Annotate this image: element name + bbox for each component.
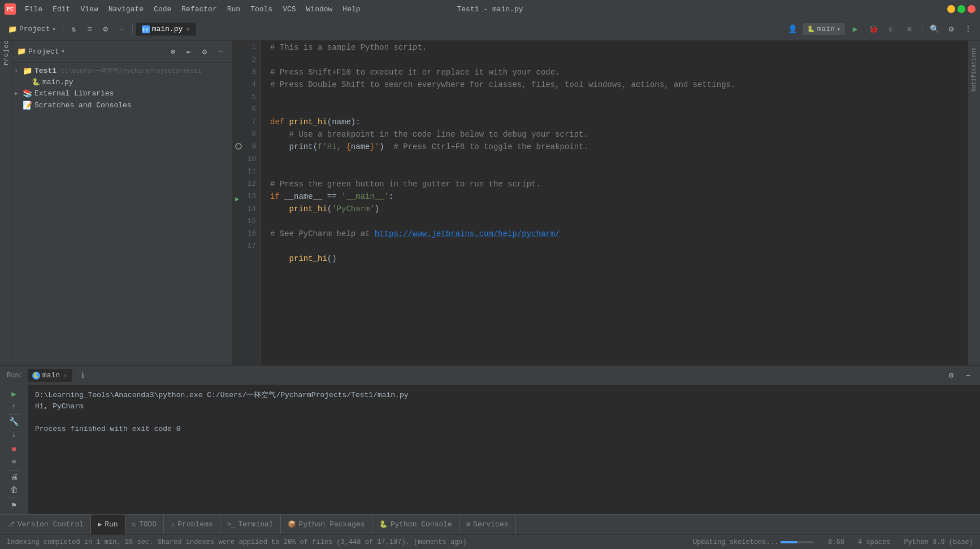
run-tab-main[interactable]: 🐍 main ✕ [28,369,72,382]
python-version-status[interactable]: Python 3.9 (base) [902,538,975,546]
tab-python-packages[interactable]: 📦 Python Packages [281,515,372,534]
run-config-name: main [817,25,835,33]
project-collapse-btn[interactable]: ⇤ [181,44,196,59]
code-line-9: print(f'Hi, {name}') # Press Ctrl+F8 to … [270,141,968,153]
code-line-13: if __name__ == '__main__': [270,190,968,203]
code-content[interactable]: # This is a sample Python script. # Pres… [261,41,968,365]
more-actions-icon[interactable]: ⋮ [961,22,975,37]
more-tabs-icon[interactable]: ℹ [81,371,84,380]
tab-todo[interactable]: ☑ TODO [125,515,164,534]
menu-run[interactable]: Run [223,3,245,15]
menu-file[interactable]: File [20,3,47,15]
settings-btn[interactable]: ⚙ [98,22,113,37]
console-blank-line [35,412,973,424]
scroll-down-btn[interactable]: ↓ [7,429,21,439]
bookmark-btn[interactable]: ⚑ [7,500,21,511]
progress-bar [780,541,814,543]
chevron-down-icon: ▾ [53,26,56,33]
stop-run-btn[interactable]: ■ [7,445,21,455]
command-text: D:\Learning_Tools\Anaconda3\python.exe C… [35,391,409,399]
menu-code[interactable]: Code [149,3,176,15]
menu-edit[interactable]: Edit [48,3,75,15]
minimize-panel-btn[interactable]: − [114,22,129,37]
tab-version-control[interactable]: ⎇ Version Control [0,515,91,534]
packages-label: Python Packages [299,520,365,529]
tree-item-root[interactable]: ▾ 📁 Test1 C:\Users\一杯空气\PycharmProjects\… [12,65,232,77]
code-line-1: # This is a sample Python script. [270,41,968,54]
project-side-icon[interactable]: Project [1,45,11,55]
menu-help[interactable]: Help [338,3,365,15]
stop-button[interactable]: ■ [901,21,917,37]
editor-tab-main[interactable]: py main.py ✕ [136,23,197,36]
gutter-4: 4 [233,79,256,91]
tab-services[interactable]: ⚙ Services [459,515,516,534]
tab-problems[interactable]: ⚠ Problems [164,515,220,534]
close-button[interactable]: ✕ [968,5,975,13]
project-minimize-btn[interactable]: − [213,44,228,59]
tree-item-mainpy[interactable]: 🐍 main.py [21,77,232,88]
menu-view[interactable]: View [76,3,102,15]
menu-vcs[interactable]: VCS [278,3,300,15]
run-settings-btn[interactable]: ⚙ [944,368,959,383]
code-editor[interactable]: 1 2 3 4 5 6 7 8 9 10 11 12 ▶ 13 14 [233,41,968,365]
settings-gear-icon[interactable]: ⚙ [944,22,959,37]
tab-terminal[interactable]: >_ Terminal [220,515,281,534]
gutter-5: 5 [233,91,256,103]
code-line-10 [270,153,968,165]
indentation-status[interactable]: 4 spaces [856,538,893,546]
filter-btn[interactable]: ≡ [7,457,21,467]
app-logo: PC [5,3,16,15]
toolbar-separator-2 [132,24,133,35]
notifications-icon[interactable]: Notifications [970,43,978,96]
code-line-12: # Press the green button in the gutter t… [270,178,968,190]
gutter-17: 17 [233,240,256,252]
project-header-actions: ⊕ ⇤ ⚙ − [166,44,228,59]
spanner-icon[interactable]: 🔧 [7,416,21,426]
gutter-11: 11 [233,165,256,178]
gutter-14: 14 [233,203,256,215]
minimize-button[interactable]: ─ [947,5,955,13]
exit-code-text: Process finished with exit code 0 [35,425,180,433]
search-everywhere-icon[interactable]: 🔍 [927,22,942,37]
services-label: Services [473,520,508,529]
project-panel-toggle[interactable]: 📁 Project ▾ [5,23,59,36]
maximize-button[interactable]: ☐ [957,5,965,13]
rerun-button[interactable]: ▶ [7,389,21,399]
scroll-up-btn[interactable]: ↑ [7,401,21,411]
tab-close-btn[interactable]: ✕ [185,25,190,33]
print-btn[interactable]: 🖨 [7,472,21,482]
trash-btn[interactable]: 🗑 [7,485,21,495]
menu-navigate[interactable]: Navigate [104,3,148,15]
menu-window[interactable]: Window [302,3,337,15]
code-line-2 [270,54,968,66]
project-locate-btn[interactable]: ⊕ [166,44,180,59]
indexing-status[interactable]: Indexing completed in 1 min, 16 sec. Sha… [5,538,469,546]
debug-button[interactable]: 🐞 [865,21,881,37]
tree-root-name: Test1 [34,67,57,75]
menu-refactor[interactable]: Refactor [177,3,221,15]
run-configuration[interactable]: 🐍 main ▾ [803,23,845,35]
tab-label: main.py [152,25,183,33]
tree-item-scratches[interactable]: 📝 Scratches and Consoles [12,99,232,111]
collapse-all-btn[interactable]: ≡ [83,22,97,37]
tab-python-console[interactable]: 🐍 Python Console [372,515,459,534]
toolbar: 📁 Project ▾ ⇅ ≡ ⚙ − py main.py ✕ 👤 🐍 mai… [0,18,980,41]
services-icon: ⚙ [466,520,470,529]
run-tab-close[interactable]: ✕ [62,372,68,380]
console-icon: 🐍 [379,520,388,529]
run-button[interactable]: ▶ [847,21,863,37]
sync-btn[interactable]: ⇅ [67,22,81,37]
console-label: Python Console [391,520,452,529]
run-minimize-btn[interactable]: − [961,368,975,383]
coverage-button[interactable]: ◐ [883,21,899,37]
user-icon[interactable]: 👤 [786,22,800,37]
menu-tools[interactable]: Tools [246,3,277,15]
toolbar-sep-run [922,24,922,35]
cursor-position[interactable]: 8:68 [826,538,847,546]
tree-item-extlibs[interactable]: ▶ 📚 External Libraries [12,88,232,99]
run-toolbar-sep3 [8,470,20,470]
gutter-6: 6 [233,103,256,116]
project-gear-btn[interactable]: ⚙ [197,44,212,59]
project-panel: 📁 Project ▾ ⊕ ⇤ ⚙ − ▾ 📁 Test1 C:\Users\一… [12,41,233,365]
tab-run[interactable]: ▶ Run [91,515,125,534]
